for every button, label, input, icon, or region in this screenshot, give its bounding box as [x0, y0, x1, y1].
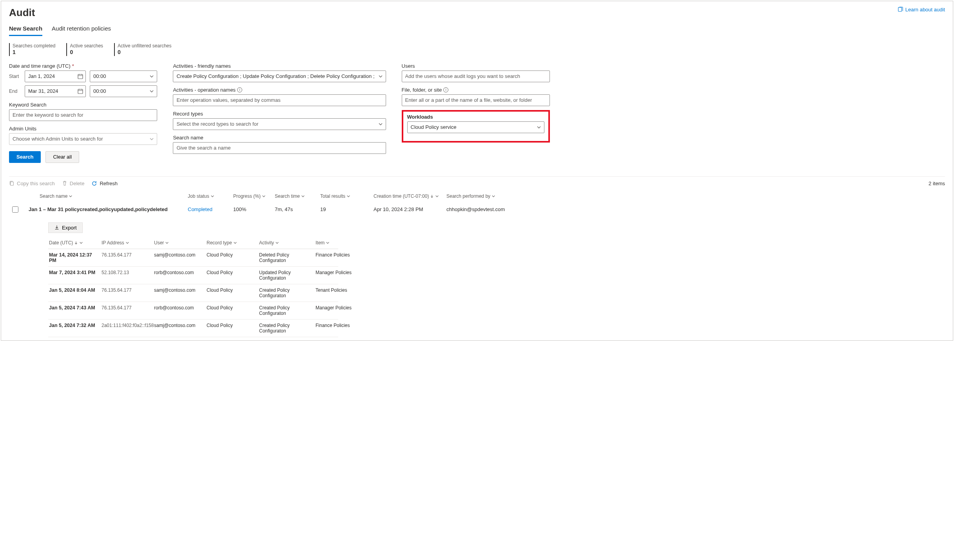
- row-total: 19: [320, 206, 371, 212]
- chevron-down-icon: [492, 194, 495, 198]
- learn-about-audit-link[interactable]: Learn about audit: [898, 7, 945, 13]
- col-search-name[interactable]: Search name: [29, 193, 185, 199]
- trash-icon: [62, 181, 67, 186]
- export-label: Export: [62, 225, 77, 231]
- chevron-down-icon: [262, 194, 266, 198]
- col-search-time[interactable]: Search time: [275, 193, 318, 199]
- cell-activity: Created Policy Configuraton: [259, 305, 314, 316]
- search-name-input[interactable]: [173, 142, 386, 154]
- chevron-down-icon: [69, 194, 73, 198]
- end-date-input[interactable]: [25, 85, 86, 97]
- tab-retention-policies[interactable]: Audit retention policies: [52, 23, 111, 36]
- chevron-down-icon: [326, 241, 330, 245]
- friendly-names-select[interactable]: Create Policy Configuration ; Update Pol…: [173, 70, 386, 82]
- chevron-down-icon: [301, 194, 305, 198]
- refresh-label: Refresh: [100, 181, 118, 186]
- result-row[interactable]: Jan 1 – Mar 31 policycreated,policyupdat…: [9, 202, 945, 217]
- learn-link-label: Learn about audit: [905, 7, 945, 13]
- doc-icon: [898, 7, 903, 13]
- dcol-user[interactable]: User: [154, 240, 205, 246]
- info-icon: i: [237, 87, 242, 92]
- end-time-select[interactable]: 00:00: [90, 85, 157, 97]
- col-progress[interactable]: Progress (%): [233, 193, 272, 199]
- row-checkbox[interactable]: [12, 206, 18, 213]
- stat-completed: Searches completed 1: [9, 43, 55, 56]
- row-time: 7m, 47s: [275, 206, 318, 212]
- refresh-icon: [91, 181, 97, 186]
- cell-date: Jan 5, 2024 7:43 AM: [49, 305, 100, 316]
- detail-table: Date (UTC) IP Address User Record type A…: [48, 237, 338, 337]
- delete-label: Delete: [70, 181, 85, 186]
- date-range-label: Date and time range (UTC)*: [9, 63, 157, 69]
- export-button[interactable]: Export: [48, 222, 83, 233]
- row-creation: Apr 10, 2024 2:28 PM: [374, 206, 444, 212]
- svg-rect-0: [898, 7, 901, 11]
- clear-all-button[interactable]: Clear all: [45, 151, 79, 163]
- dcol-date[interactable]: Date (UTC): [49, 240, 100, 246]
- col-creation-time[interactable]: Creation time (UTC-07:00): [374, 193, 444, 199]
- cell-activity: Created Policy Configuraton: [259, 287, 314, 298]
- cell-date: Jan 5, 2024 8:04 AM: [49, 287, 100, 298]
- tab-new-search[interactable]: New Search: [9, 23, 42, 36]
- keyword-input[interactable]: [9, 109, 157, 121]
- file-folder-site-input[interactable]: [402, 94, 550, 106]
- start-date-input[interactable]: [25, 70, 86, 82]
- users-input[interactable]: [402, 70, 550, 82]
- operation-names-input[interactable]: [173, 94, 386, 106]
- cell-user: samj@contoso.com: [154, 252, 205, 263]
- keyword-label: Keyword Search: [9, 102, 157, 108]
- chevron-down-icon: [165, 241, 169, 245]
- sort-arrow-down-icon: [74, 241, 78, 245]
- workloads-select[interactable]: Cloud Policy service: [407, 121, 544, 133]
- stat-active: Active searches 0: [66, 43, 103, 56]
- row-search-name: Jan 1 – Mar 31 policycreated,policyupdat…: [29, 206, 185, 212]
- cell-record: Cloud Policy: [207, 305, 258, 316]
- copy-search-button[interactable]: Copy this search: [9, 181, 55, 186]
- delete-button[interactable]: Delete: [62, 181, 85, 186]
- start-time-select[interactable]: 00:00: [90, 70, 157, 82]
- chevron-down-icon: [79, 241, 83, 245]
- svg-rect-1: [78, 74, 83, 79]
- operation-names-label: Activities - operation names i: [173, 87, 386, 93]
- start-label: Start: [9, 74, 21, 79]
- refresh-button[interactable]: Refresh: [91, 181, 118, 186]
- col-total-results[interactable]: Total results: [320, 193, 371, 199]
- detail-row[interactable]: Mar 14, 2024 12:37 PM76.135.64.177samj@c…: [48, 249, 338, 267]
- dcol-activity[interactable]: Activity: [259, 240, 314, 246]
- stats-row: Searches completed 1 Active searches 0 A…: [9, 43, 945, 56]
- cell-item: Manager Policies: [316, 305, 353, 316]
- cell-ip: 76.135.64.177: [102, 287, 152, 298]
- tabs: New Search Audit retention policies: [9, 23, 945, 36]
- cell-record: Cloud Policy: [207, 270, 258, 281]
- col-performed-by[interactable]: Search performed by: [446, 193, 533, 199]
- detail-row[interactable]: Jan 5, 2024 8:04 AM76.135.64.177samj@con…: [48, 284, 338, 302]
- dcol-ip[interactable]: IP Address: [102, 240, 152, 246]
- results-header-row: Search name Job status Progress (%) Sear…: [9, 190, 945, 202]
- sort-arrow-down-icon: [430, 194, 434, 198]
- detail-row[interactable]: Jan 5, 2024 7:43 AM76.135.64.177rorb@con…: [48, 302, 338, 320]
- search-button[interactable]: Search: [9, 151, 41, 163]
- svg-rect-2: [78, 89, 83, 94]
- cell-user: rorb@contoso.com: [154, 305, 205, 316]
- stat-active-value: 0: [70, 49, 103, 56]
- stat-active-label: Active searches: [70, 43, 103, 49]
- record-types-select[interactable]: Select the record types to search for: [173, 118, 386, 130]
- calendar-icon: [77, 73, 83, 79]
- chevron-down-icon: [275, 241, 279, 245]
- svg-rect-3: [11, 182, 14, 186]
- col-job-status[interactable]: Job status: [188, 193, 231, 199]
- row-progress: 100%: [233, 206, 272, 212]
- dcol-item[interactable]: Item: [316, 240, 353, 246]
- cell-item: Tenant Policies: [316, 287, 353, 298]
- cell-user: samj@contoso.com: [154, 287, 205, 298]
- file-folder-site-label: File, folder, or site i: [402, 87, 550, 93]
- stat-unfiltered: Active unfiltered searches 0: [114, 43, 171, 56]
- chevron-down-icon: [346, 194, 350, 198]
- calendar-icon: [77, 88, 83, 94]
- record-types-label: Record types: [173, 111, 386, 117]
- dcol-record[interactable]: Record type: [207, 240, 258, 246]
- row-status[interactable]: Completed: [188, 206, 231, 212]
- detail-row[interactable]: Jan 5, 2024 7:32 AM2a01:111:f402:f0a2::f…: [48, 320, 338, 337]
- detail-row[interactable]: Mar 7, 2024 3:41 PM52.108.72.13rorb@cont…: [48, 267, 338, 284]
- copy-icon: [9, 181, 15, 186]
